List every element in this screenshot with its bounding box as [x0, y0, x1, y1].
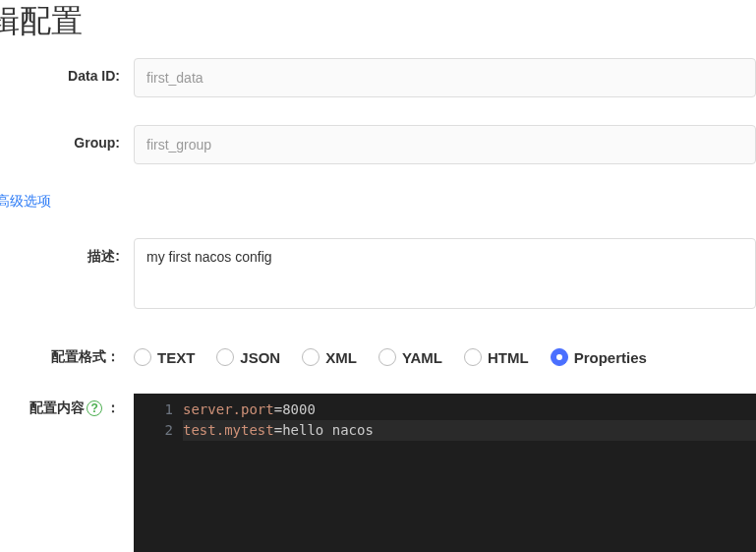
code-gutter: 12	[134, 394, 183, 552]
format-row: 配置格式： TEXTJSONXMLYAMLHTMLProperties	[0, 340, 756, 366]
content-label: 配置内容 ? ：	[0, 394, 134, 417]
code-line: server.port=8000	[183, 399, 756, 420]
format-radio-text[interactable]: TEXT	[134, 348, 195, 366]
config-form: Data ID: Group: 高级选项 描述: my first nacos …	[0, 58, 756, 552]
help-icon[interactable]: ?	[87, 400, 102, 416]
format-label: 配置格式：	[0, 340, 134, 366]
radio-label: XML	[325, 349, 357, 366]
radio-label: YAML	[402, 349, 442, 366]
group-label: Group:	[0, 125, 134, 151]
data-id-label: Data ID:	[0, 58, 134, 84]
description-input[interactable]: my first nacos config	[134, 238, 756, 309]
radio-circle-icon	[302, 348, 320, 366]
content-row: 配置内容 ? ： 12 server.port=8000test.mytest=…	[0, 394, 756, 552]
description-label: 描述:	[0, 238, 134, 266]
line-number: 1	[134, 399, 173, 420]
radio-label: JSON	[240, 349, 280, 366]
content-label-text: 配置内容	[29, 399, 85, 417]
radio-circle-icon	[134, 348, 151, 366]
content-label-colon: ：	[106, 399, 120, 415]
radio-label: TEXT	[157, 349, 195, 366]
group-input[interactable]	[134, 125, 756, 164]
radio-circle-icon	[464, 348, 482, 366]
format-radio-json[interactable]: JSON	[216, 348, 280, 366]
advanced-options-link[interactable]: 高级选项	[0, 193, 51, 211]
radio-circle-icon	[551, 348, 568, 366]
description-row: 描述: my first nacos config	[0, 238, 756, 313]
data-id-row: Data ID:	[0, 58, 756, 97]
format-radio-yaml[interactable]: YAML	[378, 348, 442, 366]
code-editor[interactable]: 12 server.port=8000test.mytest=hello nac…	[134, 394, 756, 552]
radio-circle-icon	[216, 348, 234, 366]
code-lines: server.port=8000test.mytest=hello nacos	[183, 394, 756, 552]
format-radio-group: TEXTJSONXMLYAMLHTMLProperties	[134, 340, 756, 366]
format-radio-html[interactable]: HTML	[464, 348, 529, 366]
radio-label: HTML	[488, 349, 529, 366]
code-line: test.mytest=hello nacos	[183, 420, 756, 441]
format-radio-properties[interactable]: Properties	[551, 348, 647, 366]
page-title: 辑配置	[0, 0, 756, 58]
radio-label: Properties	[574, 349, 647, 366]
format-radio-xml[interactable]: XML	[302, 348, 357, 366]
line-number: 2	[134, 420, 173, 441]
group-row: Group:	[0, 125, 756, 164]
data-id-input[interactable]	[134, 58, 756, 97]
radio-circle-icon	[378, 348, 396, 366]
